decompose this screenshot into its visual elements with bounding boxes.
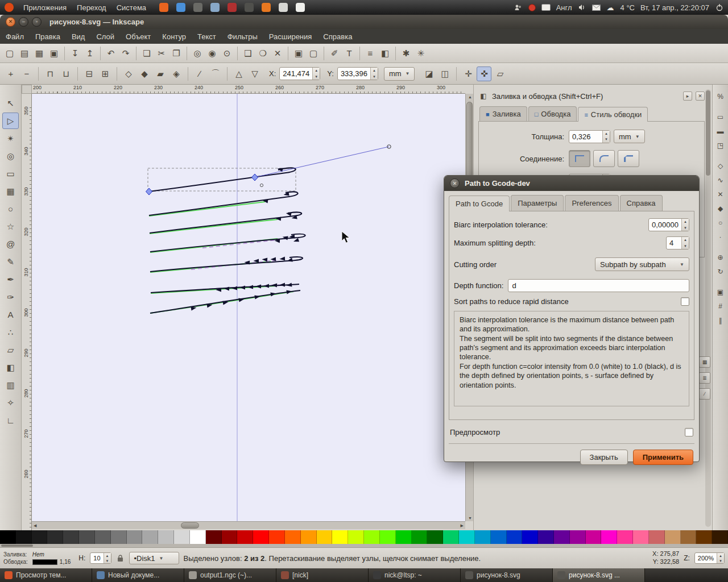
alert-indicator-icon[interactable] bbox=[528, 4, 536, 11]
copy-button[interactable]: ❏ bbox=[139, 46, 154, 61]
palette-color[interactable] bbox=[459, 530, 475, 544]
taskbar-window-button[interactable]: Новый докуме... bbox=[92, 568, 184, 582]
calligraphy-tool[interactable]: ✑ bbox=[2, 289, 19, 305]
layer-dropdown[interactable]: •Disk1▼ bbox=[129, 552, 179, 564]
insert-node-button[interactable]: + bbox=[3, 66, 18, 81]
snap-cusp-button[interactable]: ◆ bbox=[714, 202, 727, 215]
keyboard-indicator-icon[interactable] bbox=[541, 4, 551, 11]
palette-color[interactable] bbox=[142, 530, 158, 544]
palette-color[interactable] bbox=[507, 530, 523, 544]
keyboard-layout-label[interactable]: Англ bbox=[556, 3, 572, 12]
zoom-spinner[interactable]: 200% ▲▼ bbox=[694, 552, 725, 564]
gcode-dialog-tab[interactable]: Path to Gcode bbox=[449, 196, 510, 211]
firefox-icon[interactable] bbox=[159, 3, 168, 12]
palette-color[interactable] bbox=[111, 530, 127, 544]
gcode-dialog-titlebar[interactable]: ✕ Path to Gcode-dev bbox=[444, 176, 699, 191]
window-close-button[interactable]: ✕ bbox=[6, 17, 15, 27]
show-handles-button[interactable]: ✜ bbox=[477, 66, 491, 81]
menu-item[interactable]: Правка bbox=[30, 30, 66, 43]
inkscape-icon[interactable] bbox=[245, 3, 254, 12]
screenshot-icon[interactable] bbox=[193, 3, 202, 12]
cut-button[interactable]: ✂ bbox=[154, 46, 169, 61]
spray-tool[interactable]: ∴ bbox=[2, 324, 19, 340]
weather-icon[interactable]: ☁ bbox=[606, 3, 615, 12]
palette-color[interactable] bbox=[475, 530, 491, 544]
palette-color[interactable] bbox=[269, 530, 285, 544]
paste-button[interactable]: ❐ bbox=[169, 46, 184, 61]
menu-item[interactable]: Контур bbox=[156, 30, 192, 43]
palette-color[interactable] bbox=[396, 530, 412, 544]
break-node-button[interactable]: ⊓ bbox=[43, 66, 57, 81]
fill-stroke-dialog-button[interactable]: ◧ bbox=[378, 46, 392, 61]
edit-clip-path-button[interactable]: ◪ bbox=[421, 66, 436, 81]
palette-color[interactable] bbox=[364, 530, 380, 544]
snap-bbox-edge-button[interactable]: ▬ bbox=[714, 125, 727, 138]
join-segment-button[interactable]: ⊞ bbox=[98, 66, 113, 81]
palette-color[interactable] bbox=[222, 530, 238, 544]
panel-menu-button[interactable]: ▸ bbox=[683, 92, 692, 101]
taskbar-window-button[interactable]: [nick] bbox=[276, 568, 369, 582]
gcode-dialog-tab[interactable]: Параметры bbox=[511, 195, 564, 211]
snap-rotation-center-button[interactable]: ↻ bbox=[714, 265, 727, 278]
vertical-ruler[interactable]: 350340330320310300290280270260 bbox=[22, 94, 32, 530]
snap-object-center-button[interactable]: ⊕ bbox=[714, 251, 727, 264]
palette-color[interactable] bbox=[237, 530, 253, 544]
selector-tool[interactable]: ↖ bbox=[2, 95, 19, 111]
export-button[interactable]: ↥ bbox=[82, 46, 97, 61]
ellipse-tool[interactable]: ○ bbox=[2, 201, 19, 217]
units-dropdown[interactable]: mm▼ bbox=[384, 67, 415, 81]
fill-stroke-tab[interactable]: ≡ Стиль обводки bbox=[578, 107, 648, 122]
snap-midpoint-button[interactable]: · bbox=[714, 231, 727, 243]
palette-color[interactable] bbox=[32, 530, 48, 544]
tweak-tool[interactable]: ✴ bbox=[2, 130, 19, 147]
rectangle-tool[interactable]: ▭ bbox=[2, 165, 19, 182]
horizontal-scrollbar-thumb[interactable] bbox=[181, 522, 199, 529]
swatches-dialog-button[interactable]: ▦ bbox=[699, 356, 710, 368]
palette-color[interactable] bbox=[570, 530, 586, 544]
taskbar-window-button[interactable]: Просмотр тем... bbox=[0, 568, 92, 582]
ungroup-button[interactable]: ▢ bbox=[306, 46, 321, 61]
group-button[interactable]: ▣ bbox=[291, 46, 306, 61]
preview-checkbox[interactable] bbox=[685, 428, 693, 436]
zoom-selection-button[interactable]: ◎ bbox=[190, 46, 205, 61]
join-node-button[interactable]: ⊔ bbox=[59, 66, 73, 81]
stroke-width-value[interactable]: 1,16 bbox=[60, 558, 71, 566]
preferences-button[interactable]: ✱ bbox=[399, 46, 413, 61]
palette-scrollbar-thumb[interactable] bbox=[1, 544, 33, 547]
node-cusp-button[interactable]: ◇ bbox=[121, 66, 136, 81]
palette-color[interactable] bbox=[158, 530, 174, 544]
node-symmetric-button[interactable]: ▰ bbox=[153, 66, 168, 81]
window-minimize-button[interactable]: – bbox=[19, 17, 28, 27]
close-button[interactable]: Закрыть bbox=[580, 450, 628, 465]
palette-color[interactable] bbox=[443, 530, 459, 544]
y-coordinate-spinner[interactable]: 333,396 ▲▼ bbox=[337, 67, 378, 80]
save-document-button[interactable]: ▦ bbox=[32, 46, 47, 61]
gcode-dialog-tab[interactable]: Preferences bbox=[565, 195, 618, 211]
window-titlebar[interactable]: ✕ – ▫ рисунок-8.svg — Inkscape bbox=[0, 15, 728, 29]
palette-color[interactable] bbox=[0, 530, 16, 544]
palette-color[interactable] bbox=[285, 530, 301, 544]
palette-color[interactable] bbox=[174, 530, 190, 544]
canvas[interactable] bbox=[32, 94, 465, 521]
palette-color[interactable] bbox=[681, 530, 697, 544]
sort-paths-checkbox[interactable] bbox=[681, 297, 689, 306]
delete-segment-button[interactable]: ⊟ bbox=[82, 66, 97, 81]
volume-icon[interactable] bbox=[578, 3, 586, 12]
panel-menu[interactable]: Приложения bbox=[18, 1, 72, 14]
create-clone-button[interactable]: ❍ bbox=[255, 46, 270, 61]
spiral-tool[interactable]: @ bbox=[2, 236, 19, 252]
star-tool[interactable]: ☆ bbox=[2, 218, 19, 235]
eraser-tool[interactable]: ▱ bbox=[2, 342, 19, 358]
max-splitting-depth-spinner[interactable]: 4 ▲▼ bbox=[666, 236, 689, 250]
snap-smooth-button[interactable]: ○ bbox=[714, 217, 727, 229]
snap-bbox-button[interactable]: ▭ bbox=[714, 111, 727, 123]
palette-color[interactable] bbox=[79, 530, 95, 544]
cutting-order-dropdown[interactable]: Subpath by subpath▼ bbox=[595, 257, 689, 271]
snap-guide-button[interactable]: ∥ bbox=[714, 314, 727, 327]
palette-color[interactable] bbox=[63, 530, 79, 544]
stroke-width-spinner[interactable]: 0,326 ▲▼ bbox=[569, 130, 610, 143]
palette-color[interactable] bbox=[348, 530, 364, 544]
snap-intersection-button[interactable]: ✕ bbox=[714, 188, 727, 201]
segment-line-button[interactable]: ∕ bbox=[192, 66, 207, 81]
fill-value[interactable]: Нет bbox=[32, 551, 71, 558]
